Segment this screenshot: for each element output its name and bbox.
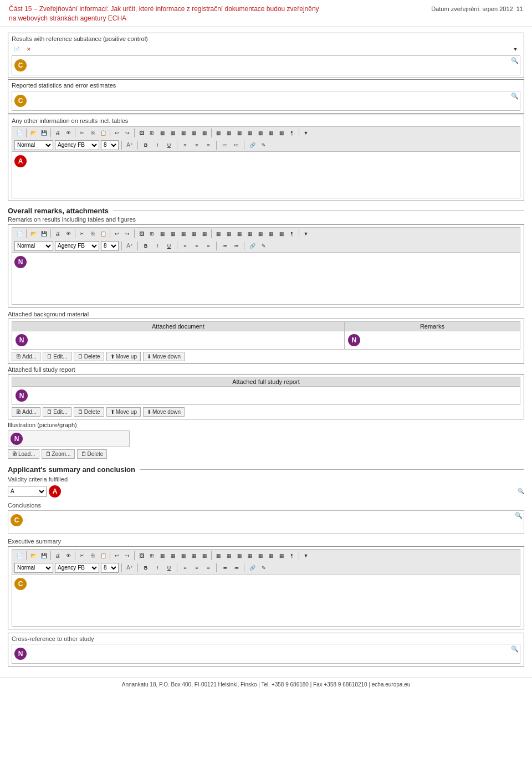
tb-b6[interactable]: ▦: [213, 128, 223, 138]
ex-tb-print[interactable]: 🖨: [53, 551, 63, 561]
ex-format-select[interactable]: Normal: [14, 563, 53, 573]
attach-bg-delete-btn[interactable]: 🗒 Delete: [74, 352, 104, 361]
tb-b4[interactable]: ▦: [189, 128, 199, 138]
ex-tb-b11[interactable]: ▦: [266, 551, 276, 561]
tb-preview[interactable]: 👁: [63, 128, 73, 138]
tb-b5[interactable]: ▦: [200, 128, 209, 138]
tb-ul[interactable]: ≔: [231, 140, 241, 150]
conclusions-editor[interactable]: C 🔍: [8, 510, 524, 534]
ex-tb-ol[interactable]: ≔: [219, 563, 229, 573]
validity-search-icon[interactable]: 🔍: [518, 488, 524, 494]
ex-tb-redo[interactable]: ↪: [122, 551, 132, 561]
ex-tb-para[interactable]: ¶: [287, 551, 297, 561]
ex-tb-preview[interactable]: 👁: [63, 551, 73, 561]
tb-paste[interactable]: 📋: [98, 128, 108, 138]
attach-full-delete-btn[interactable]: 🗒 Delete: [74, 407, 104, 417]
ex-tb-b7[interactable]: ▦: [224, 551, 234, 561]
ex-tb-img[interactable]: 🖼: [136, 551, 146, 561]
size-select[interactable]: 8: [101, 140, 119, 150]
or-tb-ol[interactable]: ≔: [219, 241, 229, 251]
tb-new[interactable]: 📄: [14, 128, 24, 138]
tb-para[interactable]: ¶: [287, 128, 297, 138]
executive-summary-editor[interactable]: C: [12, 574, 520, 627]
or-tb-b2[interactable]: ▦: [168, 229, 178, 239]
or-tb-b9[interactable]: ▦: [245, 229, 255, 239]
attach-bg-edit-btn[interactable]: 🗒 Edit...: [43, 352, 71, 361]
tb-bold[interactable]: B: [141, 140, 151, 150]
ex-tb-pencil[interactable]: ✎: [259, 563, 269, 573]
or-tb-copy[interactable]: ⎘: [88, 229, 98, 239]
ex-tb-cut[interactable]: ✂: [77, 551, 87, 561]
expand-cross-reference[interactable]: 🔍: [511, 645, 519, 653]
ex-size-select[interactable]: 8: [101, 563, 119, 573]
ex-tb-b3[interactable]: ▦: [178, 551, 188, 561]
tb-cut[interactable]: ✂: [77, 128, 87, 138]
tb-copy[interactable]: ⎘: [88, 128, 98, 138]
or-tb-ul[interactable]: ≔: [231, 241, 241, 251]
expand-icon-results[interactable]: ▼: [510, 44, 520, 54]
ex-tb-save[interactable]: 💾: [39, 551, 49, 561]
tb-redo[interactable]: ↪: [122, 128, 132, 138]
ex-tb-paste[interactable]: 📋: [98, 551, 108, 561]
any-other-info-editor[interactable]: A: [12, 151, 520, 198]
illustration-zoom-btn[interactable]: 🗒 Zoom...: [42, 449, 75, 459]
or-tb-b8[interactable]: ▦: [234, 229, 244, 239]
tb-pencil[interactable]: ✎: [259, 140, 269, 150]
font-select[interactable]: Agency FB: [55, 140, 99, 150]
or-tb-save[interactable]: 💾: [39, 229, 49, 239]
ex-tb-new[interactable]: 📄: [14, 551, 24, 561]
ex-tb-b9[interactable]: ▦: [245, 551, 255, 561]
tb-undo[interactable]: ↩: [112, 128, 122, 138]
expand-reported-stats[interactable]: 🔍: [511, 93, 519, 100]
tb-align-left[interactable]: ≡: [180, 140, 190, 150]
or-tb-bold[interactable]: B: [141, 241, 151, 251]
ex-tb-b2[interactable]: ▦: [168, 551, 178, 561]
tb-align-right[interactable]: ≡: [203, 140, 213, 150]
or-tb-print[interactable]: 🖨: [53, 229, 63, 239]
or-tb-b7[interactable]: ▦: [224, 229, 234, 239]
attach-bg-moveup-btn[interactable]: ⬆ Move up: [106, 352, 141, 361]
tb-b10[interactable]: ▦: [255, 128, 265, 138]
tb-b3[interactable]: ▦: [178, 128, 188, 138]
validity-select[interactable]: A: [8, 486, 47, 497]
format-select[interactable]: Normal: [14, 140, 53, 150]
or-tb-paste[interactable]: 📋: [98, 229, 108, 239]
attach-full-add-btn[interactable]: 🖹 Add...: [12, 407, 40, 417]
or-tb-expand[interactable]: ▼: [301, 229, 311, 239]
ex-tb-b8[interactable]: ▦: [234, 551, 244, 561]
expand-conclusions[interactable]: 🔍: [515, 512, 523, 519]
or-tb-b10[interactable]: ▦: [255, 229, 265, 239]
tb-b1[interactable]: ▦: [157, 128, 167, 138]
or-tb-cut[interactable]: ✂: [77, 229, 87, 239]
attach-bg-add-btn[interactable]: 🖹 Add...: [12, 352, 40, 361]
ex-tb-b12[interactable]: ▦: [277, 551, 287, 561]
tb-b9[interactable]: ▦: [245, 128, 255, 138]
or-tb-al[interactable]: ≡: [180, 241, 190, 251]
or-size-select[interactable]: 8: [101, 241, 119, 251]
or-tb-link[interactable]: 🔗: [247, 241, 257, 251]
ex-tb-bold[interactable]: B: [141, 563, 151, 573]
or-tb-para[interactable]: ¶: [287, 229, 297, 239]
ex-tb-copy[interactable]: ⎘: [88, 551, 98, 561]
ex-tb-font-grow[interactable]: A⁺: [125, 563, 135, 573]
ex-tb-ul[interactable]: ≔: [231, 563, 241, 573]
ex-tb-underline[interactable]: U: [164, 563, 174, 573]
ex-tb-italic[interactable]: I: [152, 563, 162, 573]
ex-tb-b10[interactable]: ▦: [255, 551, 265, 561]
attach-full-moveup-btn[interactable]: ⬆ Move up: [106, 407, 141, 417]
or-format-select[interactable]: Normal: [14, 241, 53, 251]
tb-open[interactable]: 📂: [28, 128, 38, 138]
or-tb-tbl[interactable]: ⊞: [147, 229, 157, 239]
attach-full-movedown-btn[interactable]: ⬇ Move down: [143, 407, 185, 417]
or-tb-ac[interactable]: ≡: [192, 241, 202, 251]
overall-remarks-editor[interactable]: N: [12, 252, 520, 305]
or-tb-b3[interactable]: ▦: [178, 229, 188, 239]
tb-underline[interactable]: U: [164, 140, 174, 150]
tb-italic[interactable]: I: [152, 140, 162, 150]
tb-align-center[interactable]: ≡: [192, 140, 202, 150]
or-tb-b5[interactable]: ▦: [200, 229, 209, 239]
or-tb-redo[interactable]: ↪: [122, 229, 132, 239]
or-tb-b4[interactable]: ▦: [189, 229, 199, 239]
ex-tb-b1[interactable]: ▦: [157, 551, 167, 561]
or-tb-underline[interactable]: U: [164, 241, 174, 251]
